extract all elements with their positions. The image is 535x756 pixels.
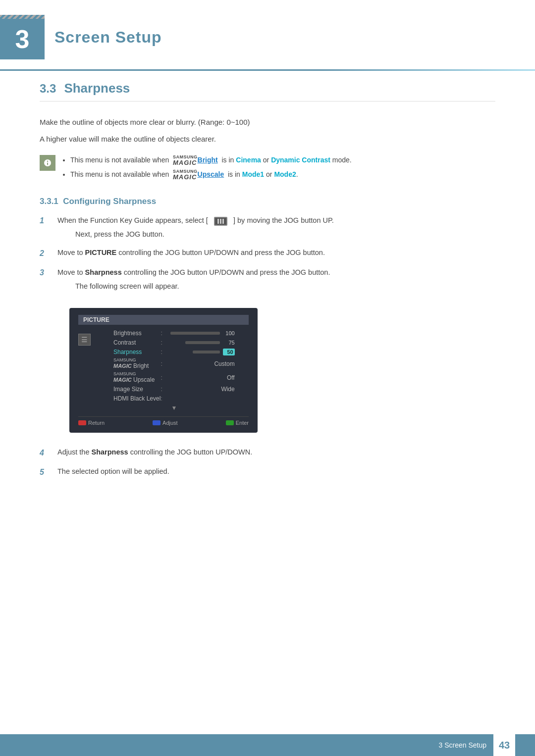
magic-bright-label: SAMSUNG MAGIC Bright	[113, 358, 160, 369]
left-indicator-icon: ☰	[81, 336, 88, 344]
note-item-2: This menu is not available when SAMSUNG …	[70, 168, 352, 181]
return-btn-icon	[78, 420, 86, 425]
menu-left-indicator: ☰	[78, 334, 91, 346]
chapter-title: Screen Setup	[54, 28, 162, 47]
step-num-3: 3	[40, 266, 54, 279]
jog-bar-3	[222, 219, 224, 224]
step-1: 1 When the Function Key Guide appears, s…	[40, 214, 495, 240]
menu-footer: Return Adjust Enter	[78, 416, 249, 426]
jog-icon	[214, 217, 227, 226]
contrast-value: 75	[223, 340, 235, 346]
mode2-highlight: Mode2	[274, 170, 296, 178]
description-1: Make the outline of objects more clear o…	[40, 116, 495, 128]
chapter-number-block: 3	[0, 15, 45, 59]
sharpness-value-area: 50	[165, 349, 235, 355]
subsection-heading: 3.3.1 Configuring Sharpness	[40, 197, 495, 206]
contrast-value-area: 75	[165, 340, 235, 346]
adjust-btn-icon	[153, 420, 160, 425]
menu-row-sharpness: Sharpness : 50	[113, 348, 235, 357]
step-1-sub: Next, press the JOG button.	[75, 229, 334, 240]
step-4: 4 Adjust the Sharpness controlling the J…	[40, 447, 495, 459]
jog-bar-1	[217, 219, 219, 224]
note-icon	[40, 155, 55, 171]
step-2: 2 Move to PICTURE controlling the JOG bu…	[40, 247, 495, 260]
steps-list: 1 When the Function Key Guide appears, s…	[40, 214, 495, 292]
steps-list-2: 4 Adjust the Sharpness controlling the J…	[40, 447, 495, 479]
screen-container: PICTURE ☰ Brightness :	[69, 308, 258, 433]
brightness-bar-track	[170, 332, 220, 335]
step-5-text: The selected option will be applied.	[57, 466, 169, 477]
menu-content-wrap: ☰ Brightness : 100	[78, 329, 249, 411]
upscale-link: Upscale	[198, 170, 224, 178]
contrast-bar-container	[185, 341, 220, 344]
brightness-label: Brightness	[113, 330, 160, 337]
sharpness-label: Sharpness	[113, 349, 160, 355]
note-item-1: This menu is not available when SAMSUNG …	[70, 154, 352, 166]
footer-text: 3 Screen Setup	[438, 741, 486, 749]
image-size-label: Image Size	[113, 386, 160, 393]
samsung-magic-upscale-label: SAMSUNG MAGIC	[173, 169, 198, 180]
step-num-5: 5	[40, 466, 54, 479]
mode1-highlight: Mode1	[242, 170, 264, 178]
footer-btn-return: Return	[78, 420, 105, 426]
footer-page-number: 43	[493, 734, 515, 756]
brightness-value-area: 100	[165, 330, 235, 336]
subsection-number: 3.3.1	[40, 197, 58, 206]
chapter-number: 3	[15, 26, 30, 52]
jog-bar-2	[220, 219, 221, 224]
step-3: 3 Move to Sharpness controlling the JOG …	[40, 266, 495, 292]
return-btn-label: Return	[88, 420, 105, 426]
menu-row-magic-bright: SAMSUNG MAGIC Bright : Custom	[113, 357, 235, 371]
samsung-magic-bright-label: SAMSUNG MAGIC	[173, 155, 198, 166]
sharpness-bold: Sharpness	[85, 268, 122, 276]
adjust-btn-label: Adjust	[162, 420, 178, 426]
note-list: This menu is not available when SAMSUNG …	[62, 154, 352, 183]
monitor-screen: PICTURE ☰ Brightness :	[69, 308, 258, 433]
menu-row-magic-upscale: SAMSUNG MAGIC Upscale : Off	[113, 371, 235, 385]
main-content: 3.3 Sharpness Make the outline of object…	[0, 71, 535, 525]
contrast-label: Contrast	[113, 339, 160, 346]
jog-bars	[217, 219, 224, 224]
subsection-title: Configuring Sharpness	[63, 197, 156, 206]
sharpness-value: 50	[223, 349, 235, 355]
step-3-text: Move to Sharpness controlling the JOG bu…	[57, 268, 330, 276]
hdmi-black-label: HDMI Black Level	[113, 395, 160, 402]
step-num-1: 1	[40, 214, 54, 227]
step-4-text: Adjust the Sharpness controlling the JOG…	[57, 447, 252, 458]
brightness-bar-container	[170, 332, 220, 335]
magic-bright-value: Custom	[165, 360, 235, 367]
menu-title-bar: PICTURE	[78, 315, 249, 325]
section-number: 3.3	[40, 82, 56, 96]
sharpness-bar-container	[193, 351, 220, 353]
section-title: Sharpness	[64, 81, 130, 96]
brightness-value: 100	[223, 330, 235, 336]
magic-upscale-value: Off	[165, 374, 235, 381]
bright-link: Bright	[198, 156, 218, 164]
sharpness-bold-4: Sharpness	[92, 448, 128, 456]
footer-btn-adjust: Adjust	[153, 420, 178, 426]
dynamic-contrast-highlight: Dynamic Contrast	[271, 156, 330, 164]
magic-upscale-label: SAMSUNG MAGIC Upscale	[113, 372, 160, 383]
sharpness-bar-track	[193, 351, 220, 353]
scroll-down-indicator: ▼	[113, 404, 235, 411]
step-1-text: When the Function Key Guide appears, sel…	[57, 216, 334, 224]
contrast-bar-track	[185, 341, 220, 344]
page-footer: 3 Screen Setup 43	[0, 734, 535, 756]
description-2: A higher value will make the outline of …	[40, 133, 495, 145]
step-num-2: 2	[40, 247, 54, 260]
footer-btn-enter: Enter	[226, 420, 249, 426]
step-5: 5 The selected option will be applied.	[40, 466, 495, 479]
enter-btn-label: Enter	[236, 420, 249, 426]
step-2-text: Move to PICTURE controlling the JOG butt…	[57, 247, 325, 258]
menu-row-brightness: Brightness : 100	[113, 329, 235, 338]
step-3-sub: The following screen will appear.	[75, 281, 330, 292]
step-num-4: 4	[40, 447, 54, 459]
cinema-highlight: Cinema	[236, 156, 261, 164]
menu-row-contrast: Contrast : 75	[113, 338, 235, 348]
menu-row-image-size: Image Size : Wide	[113, 385, 235, 394]
picture-bold: PICTURE	[85, 249, 117, 256]
note-box: This menu is not available when SAMSUNG …	[40, 154, 495, 183]
menu-rows: Brightness : 100 Con	[113, 329, 235, 411]
section-heading: 3.3 Sharpness	[40, 81, 495, 101]
menu-row-hdmi-black: HDMI Black Level :	[113, 394, 235, 403]
